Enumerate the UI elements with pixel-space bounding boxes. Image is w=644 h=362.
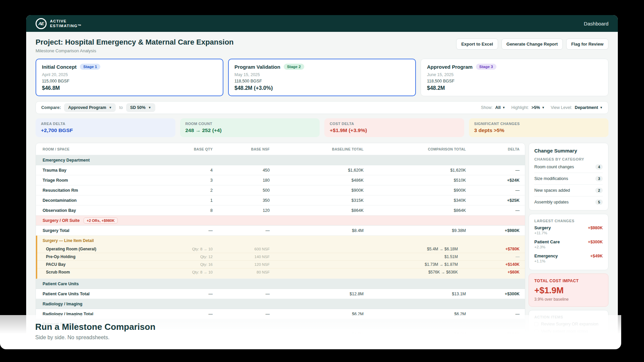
view-level-value: Department xyxy=(575,105,598,110)
detail-cost: $5.4M → $6.18M xyxy=(275,247,471,251)
stat-value: 3 depts >5% xyxy=(474,127,603,133)
stat-card-room-count: ROOM COUNT 248 → 252 (+4) xyxy=(180,118,320,137)
detail-room-name: Scrub Room xyxy=(37,270,181,275)
table-row[interactable]: Surgery Total — — $8.4M $9.38M +$980K xyxy=(36,226,525,236)
brand-line1: ACTIVE xyxy=(50,19,82,23)
base-nsf: 120 xyxy=(218,208,275,213)
table-header-row: ROOM / SPACE BASE QTY BASE NSF BASELINE … xyxy=(36,143,525,155)
list-item: Assembly updates 5 xyxy=(534,196,603,205)
milestone-area: 118,500 BGSF xyxy=(427,79,602,83)
milestone-card-approved-program[interactable]: Approved Program Stage 3 June 15, 2025 1… xyxy=(421,59,608,96)
show-dropdown[interactable]: All ▼ xyxy=(495,105,505,110)
table-row[interactable]: Observation Bay 8 120 $864K $864K — xyxy=(36,205,525,216)
detail-delta: — xyxy=(471,254,525,259)
flag-for-review-button[interactable]: Flag for Review xyxy=(566,39,608,50)
stat-card-area-delta: AREA DELTA +2,700 BGSF xyxy=(36,118,175,137)
comparison-total: $900K xyxy=(369,188,471,193)
list-item: Emergency +$49K +1.1% xyxy=(534,251,603,265)
list-item: Surgery +$980K +11.7% xyxy=(534,223,603,237)
nav-link-dashboard[interactable]: Dashboard xyxy=(584,21,608,26)
milestone-cost: $46.8M xyxy=(42,85,217,91)
delta-value: — xyxy=(471,208,525,213)
delta-value: +$980K xyxy=(588,226,603,230)
percent-change: +11.7% xyxy=(534,231,603,235)
milestone-card-initial-concept[interactable]: Initial Concept Stage 1 April 20, 2025 1… xyxy=(36,59,223,96)
column-header: BASE NSF xyxy=(218,147,275,151)
compare-left-dropdown[interactable]: Approved Program ▼ xyxy=(64,103,116,112)
surgery-line-item-detail-panel: Surgery — Line Item Detail Operating Roo… xyxy=(36,236,525,279)
base-nsf: 350 xyxy=(218,198,275,203)
brand-name: ACTIVE ESTIMATING™ xyxy=(50,19,82,28)
highlight-dropdown[interactable]: >5% ▼ xyxy=(532,105,545,110)
compare-right-dropdown[interactable]: SD 50% ▼ xyxy=(126,103,155,112)
table-row[interactable]: Patient Care Units Total — — $12.8M $13.… xyxy=(36,289,525,299)
detail-qty: Qty: 12 xyxy=(181,255,218,259)
baseline-total: $8.4M xyxy=(275,228,369,233)
detail-row: PACU Bay Qty: 16 120 NSF $1.73M → $1.87M… xyxy=(37,260,525,268)
column-header: BASE QTY xyxy=(181,147,218,151)
section-row-surgery-or-suite[interactable]: Surgery / OR Suite +2 ORs, +$980K xyxy=(36,216,525,226)
table-row[interactable]: Triage Room 3 180 $486K $510K +$24K xyxy=(36,175,525,185)
count-badge: 5 xyxy=(595,199,603,205)
chevron-down-icon: ▼ xyxy=(502,106,505,109)
generate-change-report-button[interactable]: Generate Change Report xyxy=(501,39,563,50)
base-qty: 3 xyxy=(181,178,218,183)
baseline-total: $864K xyxy=(275,208,369,213)
page-subtitle: Milestone Comparison Analysis xyxy=(36,48,234,53)
milestone-name: Initial Concept xyxy=(42,64,76,70)
section-label: Emergency Department xyxy=(43,158,90,163)
delta-value: — xyxy=(471,188,525,193)
show-value: All xyxy=(495,105,501,110)
highlight-value: >5% xyxy=(532,105,540,110)
compare-label: Compare: xyxy=(41,105,61,110)
table-row[interactable]: Trauma Bay 4 450 $1,620K $1,620K — xyxy=(36,165,525,175)
comparison-table: ROOM / SPACE BASE QTY BASE NSF BASELINE … xyxy=(36,143,525,340)
milestone-cost: $48.2M xyxy=(427,85,602,91)
detail-nsf: 80 NSF xyxy=(218,270,275,274)
base-qty: — xyxy=(181,292,218,296)
change-summary-title: Change Summary xyxy=(534,148,603,154)
stat-card-significant-changes: SIGNIFICANT CHANGES 3 depts >5% xyxy=(469,118,609,137)
detail-cost: $1.73M → $1.87M xyxy=(275,262,471,267)
comparison-total: $9.38M xyxy=(369,228,471,233)
table-row[interactable]: Decontamination 1 350 $315K $340K +$25K xyxy=(36,195,525,205)
base-qty: 1 xyxy=(181,198,218,203)
list-item: New spaces added 2 xyxy=(534,185,603,196)
department-name: Surgery xyxy=(534,225,551,230)
page-title: Project: Hospital Emergency & Maternal C… xyxy=(36,38,234,47)
comparison-total: $340K xyxy=(369,198,471,203)
table-row[interactable]: Resuscitation Rm 2 500 $900K $900K — xyxy=(36,185,525,195)
baseline-total: $486K xyxy=(275,178,369,183)
total-cost-impact-value: +$1.9M xyxy=(534,285,603,296)
view-level-dropdown[interactable]: Department ▼ xyxy=(575,105,603,110)
delta-value: +$300K xyxy=(471,292,525,296)
column-header: BASELINE TOTAL xyxy=(275,147,369,151)
stat-label: ROOM COUNT xyxy=(185,122,315,126)
section-row-emergency-department[interactable]: Emergency Department xyxy=(36,155,525,165)
stat-label: COST DELTA xyxy=(330,122,459,126)
comparison-total: $864K xyxy=(369,208,471,213)
detail-delta: +$780K xyxy=(471,247,525,251)
detail-room-name: Pre-Op Holding xyxy=(37,254,181,259)
chevron-down-icon: ▼ xyxy=(109,106,112,109)
overlay-title: Run a Milestone Comparison xyxy=(35,322,621,332)
stage-badge: Stage 2 xyxy=(284,64,304,70)
export-to-excel-button[interactable]: Export to Excel xyxy=(456,39,498,50)
largest-changes-card: LARGEST CHANGES Surgery +$980K +11.7% Pa… xyxy=(529,214,608,270)
section-row-patient-care-units[interactable]: Patient Care Units xyxy=(36,279,525,289)
milestone-card-program-validation[interactable]: Program Validation Stage 2 May 15, 2025 … xyxy=(228,59,416,96)
detail-room-name: PACU Bay xyxy=(37,262,181,267)
detail-nsf: 140 NSF xyxy=(218,255,275,259)
milestone-name: Program Validation xyxy=(234,64,280,70)
column-header: COMPARISON TOTAL xyxy=(369,147,471,151)
milestone-area: 115,000 BGSF xyxy=(42,79,217,83)
count-badge: 4 xyxy=(595,164,603,170)
detail-row: Operating Room (General) Qty: 8 → 10 600… xyxy=(37,245,525,253)
column-header: DELTA xyxy=(471,147,525,151)
milestone-date: May 15, 2025 xyxy=(234,72,410,77)
list-item: Patient Care +$300K +2.3% xyxy=(534,237,603,251)
section-row-radiology-imaging[interactable]: Radiology / Imaging xyxy=(36,299,525,309)
base-nsf: — xyxy=(218,228,275,233)
base-qty: 4 xyxy=(181,168,218,173)
stat-card-cost-delta: COST DELTA +$1.9M (+3.9%) xyxy=(324,118,464,137)
